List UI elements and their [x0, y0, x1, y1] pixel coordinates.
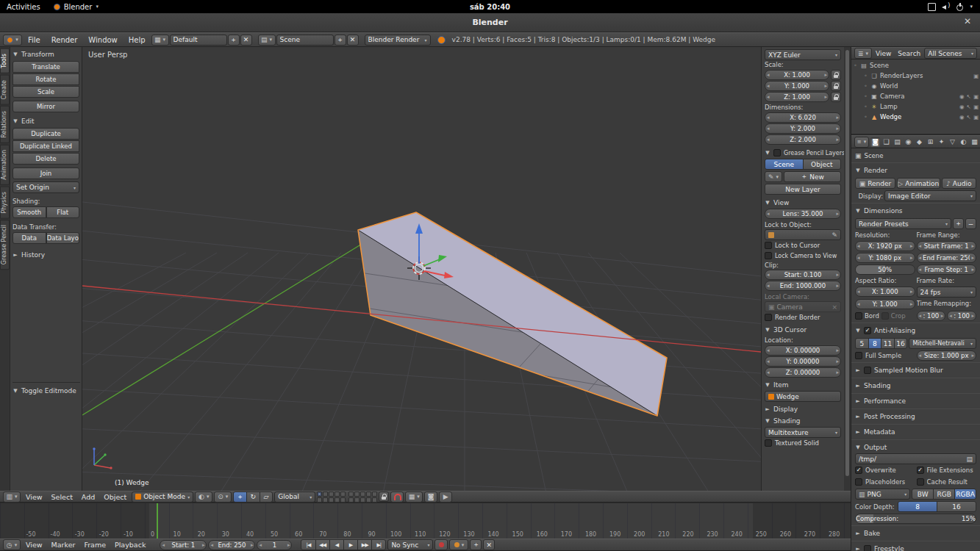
folder-icon[interactable]: ▤ [966, 455, 973, 463]
aa-samples-8-button[interactable]: 8 [868, 338, 882, 349]
mirror-button[interactable]: Mirror [12, 101, 79, 112]
power-icon[interactable] [956, 3, 964, 11]
selectability-icon[interactable]: ↖ [967, 93, 971, 100]
viewport-shading-dropdown[interactable]: ◐▾ [195, 491, 212, 503]
timeline-menu-playback[interactable]: Playback [111, 541, 149, 549]
shading-mode-dropdown[interactable]: Multitexture▾ [765, 427, 841, 438]
jump-to-end-button[interactable]: ▶| [371, 539, 386, 550]
scale-field[interactable]: ◂Z: 1.000▸ [765, 92, 829, 102]
freestyle-checkbox[interactable] [864, 545, 871, 551]
lens-field[interactable]: ◂Lens: 35.000▸ [765, 209, 841, 219]
play-reverse-button[interactable]: ◀ [329, 539, 344, 550]
dimension-field[interactable]: ◂Z: 2.000▸ [765, 134, 841, 145]
opengl-render-button[interactable]: ◙ [424, 491, 437, 503]
render-button[interactable]: ▣Render [855, 178, 895, 189]
object-tab-icon[interactable]: ◆ [915, 137, 924, 147]
material-tab-icon[interactable]: ◐ [959, 137, 968, 147]
keying-set-dropdown[interactable]: ▾ [449, 539, 468, 550]
end-frame-field[interactable]: ◂End Frame: 250▸ [917, 253, 977, 263]
output-path-field[interactable]: /tmp/▤ [855, 453, 976, 464]
lock-to-cursor-checkbox[interactable] [765, 242, 772, 249]
delete-scene-button[interactable]: ✕ [347, 35, 359, 46]
menu-help[interactable]: Help [124, 36, 151, 44]
outliner-filter-dropdown[interactable]: All Scenes▾ [924, 48, 977, 59]
render-presets-dropdown[interactable]: Render Presets▾ [855, 218, 951, 229]
edit-button[interactable]: Duplicate [12, 128, 79, 140]
editor-type-3dview-button[interactable]: ▥▾ [3, 491, 21, 503]
panel-header-view[interactable]: ▼View [765, 197, 841, 209]
viewport-menu-object[interactable]: Object [100, 493, 130, 501]
panel-header-toggle-editmode[interactable]: ▼Toggle Editmode [12, 385, 80, 397]
textured-solid-checkbox[interactable] [765, 439, 772, 447]
panel-header-item[interactable]: ▼Item [765, 379, 841, 391]
tool-tab-create[interactable]: Create [0, 75, 10, 105]
end-frame-field[interactable]: ◂End: 250▸ [208, 540, 255, 550]
viewport-3d[interactable]: User Persp (1) Wedge [82, 47, 761, 491]
visibility-icon[interactable]: ◉ [959, 104, 965, 110]
set-origin-dropdown[interactable]: Set Origin▾ [12, 181, 79, 193]
crop-checkbox[interactable] [881, 312, 889, 320]
lock-camera-checkbox[interactable] [765, 252, 772, 259]
viewport-menu-view[interactable]: View [22, 493, 46, 501]
add-scene-button[interactable]: ＋ [335, 35, 346, 46]
panel-header-anti-aliasing[interactable]: ▼✓Anti-Aliasing [855, 325, 976, 336]
timeline-ruler[interactable]: -50-40-30-20-100102030405060708090100110… [0, 503, 851, 539]
outliner-row-world[interactable]: ∘◉World [853, 81, 979, 91]
visibility-icon[interactable]: ◉ [959, 93, 965, 100]
sync-dropdown[interactable]: No Sync▾ [387, 539, 433, 550]
timeline-menu-marker[interactable]: Marker [48, 541, 79, 549]
render-display-dropdown[interactable]: Image Editor▾ [884, 190, 976, 201]
world-tab-icon[interactable]: ◉ [904, 137, 913, 147]
outliner-row-lamp[interactable]: ∘✳Lamp ◉↖▣ [853, 101, 979, 112]
outliner-row-scene[interactable]: ∘▤Scene [853, 60, 979, 71]
editor-type-info-button[interactable]: ▾ [3, 35, 22, 46]
manipulator-scale-button[interactable]: ▱ [260, 491, 273, 503]
clear-icon[interactable]: × [831, 303, 837, 311]
overwrite-checkbox[interactable]: ✓ [855, 467, 862, 474]
depth-16-button[interactable]: 16 [937, 501, 976, 512]
gp-brush-dropdown[interactable]: ✎▾ [765, 171, 782, 182]
renderability-icon[interactable]: ▣ [973, 93, 979, 100]
panel-header-display[interactable]: ►Display [765, 403, 841, 415]
render-layers-tab-icon[interactable]: ❑ [881, 137, 891, 147]
delete-layout-button[interactable]: ✕ [240, 35, 252, 46]
outliner-menu-search[interactable]: Search [895, 50, 923, 57]
placeholders-checkbox[interactable] [855, 478, 862, 486]
close-window-button[interactable]: ✕ [964, 16, 971, 26]
screen-layout-dropdown[interactable]: ▦▾ [151, 35, 169, 46]
render-tab-icon[interactable]: ◙ [870, 137, 880, 147]
panel-header-bake[interactable]: ►Bake [855, 527, 976, 539]
render-border-checkbox[interactable] [765, 314, 772, 321]
activities-button[interactable]: Activities [0, 0, 47, 13]
frame-step-field[interactable]: ◂Frame Step: 1▸ [917, 264, 977, 275]
scene-dropdown[interactable]: ▤▾ [258, 35, 276, 46]
panel-header-3d-cursor[interactable]: ▼3D Cursor [765, 324, 841, 336]
scene-name[interactable]: Scene [276, 35, 334, 46]
compression-slider[interactable]: Compression:15% [855, 514, 976, 524]
snap-toggle-button[interactable] [390, 491, 404, 503]
panel-header-shading[interactable]: ▼Shading [765, 415, 841, 427]
cursor-location-field[interactable]: ◂X: 0.00000▸ [765, 345, 841, 356]
scale-field[interactable]: ◂Y: 1.000▸ [765, 81, 829, 91]
panel-header-freestyle[interactable]: ►Freestyle [855, 543, 976, 551]
lock-to-scene-icon[interactable] [379, 491, 389, 502]
selectability-icon[interactable]: ↖ [967, 114, 971, 120]
mode-dropdown[interactable]: Object Mode▾ [132, 491, 193, 503]
lock-to-object-field[interactable]: ✎ [765, 229, 841, 240]
outliner-row-camera[interactable]: ∘▣Camera ◉↖▣ [853, 91, 979, 101]
panel-header-metadata[interactable]: ►Metadata [855, 426, 976, 438]
viewport-menu-add[interactable]: Add [78, 493, 99, 501]
tool-tab-animation[interactable]: Animation [0, 145, 10, 185]
jump-to-start-button[interactable]: |◀ [301, 539, 315, 550]
panel-header-edit[interactable]: ▼Edit [12, 115, 79, 127]
shade-smooth-button[interactable]: Smooth [12, 206, 46, 218]
current-frame-field[interactable]: ◂1▸ [257, 540, 292, 550]
transform-button[interactable]: Translate [12, 61, 79, 73]
lock-icon[interactable] [831, 92, 841, 102]
pivot-point-dropdown[interactable]: ⊙▾ [214, 491, 232, 503]
add-preset-button[interactable]: ＋ [953, 218, 964, 229]
editor-type-outliner-button[interactable]: ≣▾ [854, 48, 872, 59]
transform-button[interactable]: Scale [12, 86, 79, 98]
layers-widget[interactable] [317, 491, 377, 503]
aa-size-field[interactable]: ◂Size: 1.000 px▸ [917, 350, 977, 361]
